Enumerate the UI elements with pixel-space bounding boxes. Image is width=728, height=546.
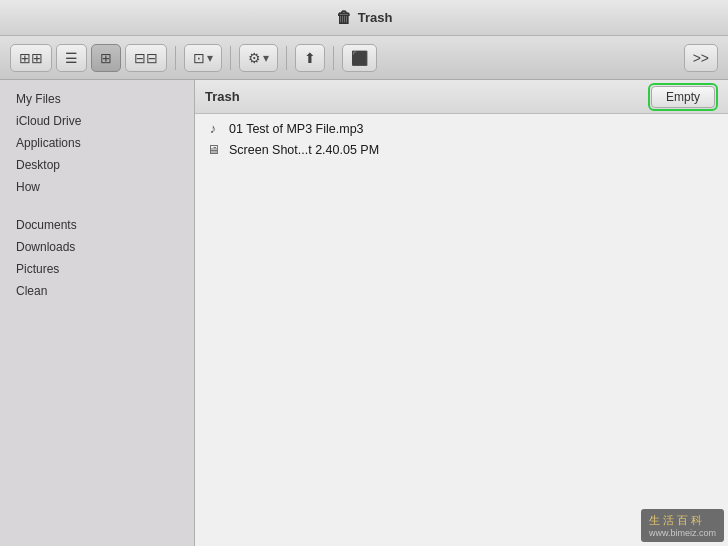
file-list: ♪ 01 Test of MP3 File.mp3 🖥 Screen Shot.… — [195, 114, 728, 546]
sidebar-item-empty[interactable] — [0, 198, 194, 214]
content-area: Trash Empty ♪ 01 Test of MP3 File.mp3 🖥 … — [195, 80, 728, 546]
sidebar-item-documents[interactable]: Documents — [0, 214, 194, 236]
file-name: Screen Shot...t 2.40.05 PM — [229, 143, 718, 157]
empty-button-highlight: Empty — [648, 83, 718, 111]
share-button[interactable]: ⬆ — [295, 44, 325, 72]
list-view-button[interactable]: ☰ — [56, 44, 87, 72]
title-bar: 🗑 Trash — [0, 0, 728, 36]
toolbar-overflow-button[interactable]: >> — [684, 44, 718, 72]
list-item[interactable]: ♪ 01 Test of MP3 File.mp3 — [195, 118, 728, 139]
back-forward-button[interactable]: ⬛ — [342, 44, 377, 72]
toolbar-divider-3 — [286, 46, 287, 70]
overflow-icon: >> — [693, 50, 709, 66]
sidebar-item-desktop[interactable]: Desktop — [0, 154, 194, 176]
window-title: 🗑 Trash — [336, 9, 393, 27]
empty-button[interactable]: Empty — [651, 86, 715, 108]
toolbar-divider-2 — [230, 46, 231, 70]
title-text: Trash — [358, 10, 393, 25]
sidebar-item-icloud-drive[interactable]: iCloud Drive — [0, 110, 194, 132]
list-view-icon: ☰ — [65, 50, 78, 66]
action-button[interactable]: ⚙ ▾ — [239, 44, 278, 72]
sidebar-item-how[interactable]: How — [0, 176, 194, 198]
group-button[interactable]: ⊡ ▾ — [184, 44, 222, 72]
share-icon: ⬆ — [304, 50, 316, 66]
column-view-icon: ⊞ — [100, 50, 112, 66]
icon-view-icon: ⊞⊞ — [19, 50, 43, 66]
gear-icon: ⚙ — [248, 50, 261, 66]
sidebar-item-pictures[interactable]: Pictures — [0, 258, 194, 280]
sidebar-item-my-files[interactable]: My Files — [0, 88, 194, 110]
sidebar: My Files iCloud Drive Applications Deskt… — [0, 80, 195, 546]
action-arrow: ▾ — [263, 51, 269, 65]
main-layout: My Files iCloud Drive Applications Deskt… — [0, 80, 728, 546]
toolbar: ⊞⊞ ☰ ⊞ ⊟⊟ ⊡ ▾ ⚙ ▾ ⬆ ⬛ >> — [0, 36, 728, 80]
image-file-icon: 🖥 — [205, 142, 221, 157]
column-view-button[interactable]: ⊞ — [91, 44, 121, 72]
back-forward-icon: ⬛ — [351, 50, 368, 66]
trash-title-icon: 🗑 — [336, 9, 352, 27]
icon-view-button[interactable]: ⊞⊞ — [10, 44, 52, 72]
list-item[interactable]: 🖥 Screen Shot...t 2.40.05 PM — [195, 139, 728, 160]
toolbar-divider-1 — [175, 46, 176, 70]
cover-flow-button[interactable]: ⊟⊟ — [125, 44, 167, 72]
cover-flow-icon: ⊟⊟ — [134, 50, 158, 66]
group-icon: ⊡ — [193, 50, 205, 66]
music-file-icon: ♪ — [205, 121, 221, 136]
group-arrow: ▾ — [207, 51, 213, 65]
toolbar-divider-4 — [333, 46, 334, 70]
sidebar-item-applications[interactable]: Applications — [0, 132, 194, 154]
content-header: Trash Empty — [195, 80, 728, 114]
file-name: 01 Test of MP3 File.mp3 — [229, 122, 718, 136]
sidebar-item-clean[interactable]: Clean — [0, 280, 194, 302]
sidebar-item-downloads[interactable]: Downloads — [0, 236, 194, 258]
content-title: Trash — [205, 89, 240, 104]
